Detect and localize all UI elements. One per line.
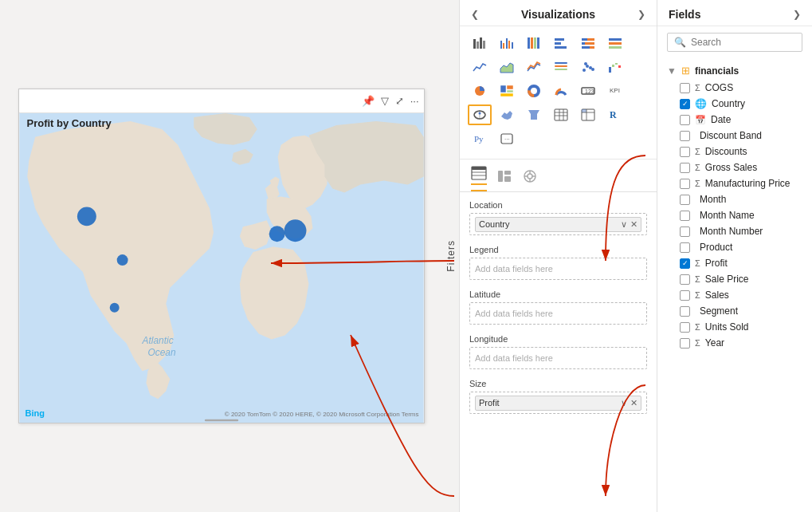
- field-item[interactable]: Product: [657, 239, 812, 255]
- svg-rect-33: [609, 46, 622, 49]
- location-chip-close[interactable]: ✕: [630, 219, 637, 230]
- viz-map[interactable]: [468, 104, 492, 125]
- field-item[interactable]: 🌐Country: [657, 96, 812, 112]
- location-chip-actions[interactable]: ∨ ✕: [621, 219, 637, 230]
- viz-waterfall[interactable]: [603, 57, 627, 77]
- field-checkbox[interactable]: [680, 115, 690, 125]
- expand-icon[interactable]: ⤢: [395, 95, 404, 107]
- viz-panel: ❮ Visualizations ❯: [460, 0, 657, 512]
- field-item[interactable]: ΣYear: [657, 335, 812, 351]
- viz-custom-1[interactable]: ···: [495, 128, 519, 149]
- svg-rect-14: [503, 43, 504, 49]
- viz-python[interactable]: Py: [468, 128, 492, 149]
- latitude-box[interactable]: Add data fields here: [469, 302, 647, 325]
- filters-tab[interactable]: Filters: [442, 0, 460, 512]
- viz-100-bar[interactable]: [522, 33, 546, 53]
- viz-matrix[interactable]: [576, 104, 600, 125]
- filter-icon[interactable]: ▽: [381, 95, 389, 107]
- field-checkbox[interactable]: [680, 338, 690, 349]
- field-item[interactable]: ΣProfit: [657, 255, 812, 271]
- field-checkbox[interactable]: [680, 131, 690, 141]
- build-tab-analytics[interactable]: [522, 169, 538, 188]
- viz-gauge[interactable]: [549, 81, 573, 101]
- viz-table-grid[interactable]: [549, 104, 573, 125]
- viz-treemap[interactable]: [495, 81, 519, 101]
- viz-100-hbar[interactable]: [603, 33, 627, 53]
- viz-pie[interactable]: [468, 81, 492, 101]
- longitude-box[interactable]: Add data fields here: [469, 347, 647, 369]
- field-checkbox[interactable]: [680, 226, 690, 237]
- viz-area[interactable]: [495, 57, 519, 77]
- latitude-label: Latitude: [469, 289, 647, 299]
- build-tab-format[interactable]: [496, 169, 512, 188]
- build-tab-fields[interactable]: [471, 166, 487, 191]
- field-item[interactable]: ΣCOGS: [657, 80, 812, 96]
- field-item[interactable]: 📅Date: [657, 112, 812, 128]
- viz-filled-map[interactable]: [495, 104, 519, 125]
- field-checkbox[interactable]: [680, 211, 690, 221]
- viz-funnel[interactable]: [522, 104, 546, 125]
- field-name: Units Sold: [705, 321, 749, 333]
- viz-line2[interactable]: [522, 57, 546, 77]
- field-item[interactable]: Discount Band: [657, 128, 812, 144]
- search-input[interactable]: [691, 37, 795, 48]
- field-group-financials[interactable]: ▼ ⊞ financials: [657, 61, 812, 80]
- size-chip-actions[interactable]: ∨ ✕: [621, 398, 637, 408]
- fields-chevron-right[interactable]: ❯: [793, 9, 801, 20]
- field-checkbox[interactable]: [680, 179, 690, 189]
- viz-stacked-hbar[interactable]: [576, 33, 600, 53]
- viz-chevron-left[interactable]: ❮: [471, 9, 479, 20]
- field-item[interactable]: Month Number: [657, 223, 812, 239]
- field-checkbox[interactable]: [680, 195, 690, 205]
- viz-line[interactable]: [468, 57, 492, 77]
- field-checkbox[interactable]: [680, 290, 690, 301]
- viz-card[interactable]: 123: [576, 81, 600, 101]
- size-box[interactable]: Profit ∨ ✕: [469, 392, 647, 414]
- viz-donut[interactable]: [522, 81, 546, 101]
- viz-horizontal-bar[interactable]: [549, 33, 573, 53]
- field-checkbox[interactable]: [680, 163, 690, 173]
- svg-rect-77: [498, 171, 503, 182]
- field-checkbox[interactable]: [680, 322, 690, 333]
- size-chip-close[interactable]: ✕: [630, 398, 637, 408]
- field-item[interactable]: ΣSale Price: [657, 271, 812, 287]
- location-well: Location Country ∨ ✕: [469, 200, 647, 235]
- pin-icon[interactable]: 📌: [362, 95, 375, 107]
- field-item[interactable]: Month Name: [657, 207, 812, 223]
- viz-stacked-bar[interactable]: [468, 33, 492, 53]
- viz-ribbon[interactable]: [549, 57, 573, 77]
- field-item[interactable]: ΣUnits Sold: [657, 319, 812, 335]
- field-item[interactable]: ΣManufacturing Price: [657, 175, 812, 191]
- viz-kpi[interactable]: KPI: [603, 81, 627, 101]
- field-name: Sale Price: [705, 274, 749, 285]
- field-checkbox[interactable]: [680, 99, 690, 109]
- field-item[interactable]: ΣGross Sales: [657, 160, 812, 175]
- field-checkbox[interactable]: [680, 274, 690, 285]
- legend-box[interactable]: Add data fields here: [469, 258, 647, 280]
- viz-scatter[interactable]: [576, 57, 600, 77]
- svg-rect-43: [609, 67, 611, 73]
- location-chip-chevron[interactable]: ∨: [621, 219, 627, 230]
- svg-point-42: [591, 68, 594, 71]
- field-item[interactable]: Month: [657, 191, 812, 207]
- field-item[interactable]: ΣDiscounts: [657, 144, 812, 160]
- svg-rect-78: [504, 171, 511, 175]
- svg-point-6: [284, 219, 306, 242]
- field-checkbox[interactable]: [680, 83, 690, 93]
- viz-r-script[interactable]: R: [603, 104, 627, 125]
- more-icon[interactable]: ···: [410, 95, 419, 107]
- search-box[interactable]: 🔍: [667, 33, 802, 52]
- size-chip-chevron[interactable]: ∨: [621, 398, 627, 408]
- table-icon: ⊞: [681, 65, 690, 77]
- field-item[interactable]: ΣSales: [657, 287, 812, 303]
- field-checkbox[interactable]: [680, 258, 690, 269]
- field-checkbox[interactable]: [680, 242, 690, 253]
- field-checkbox[interactable]: [680, 147, 690, 157]
- calendar-icon: 📅: [695, 115, 706, 125]
- svg-text:Py: Py: [474, 134, 484, 144]
- viz-grouped-bar[interactable]: [495, 33, 519, 53]
- viz-chevron-right[interactable]: ❯: [637, 9, 645, 20]
- field-checkbox[interactable]: [680, 306, 690, 317]
- location-box[interactable]: Country ∨ ✕: [469, 213, 647, 235]
- field-item[interactable]: Segment: [657, 303, 812, 319]
